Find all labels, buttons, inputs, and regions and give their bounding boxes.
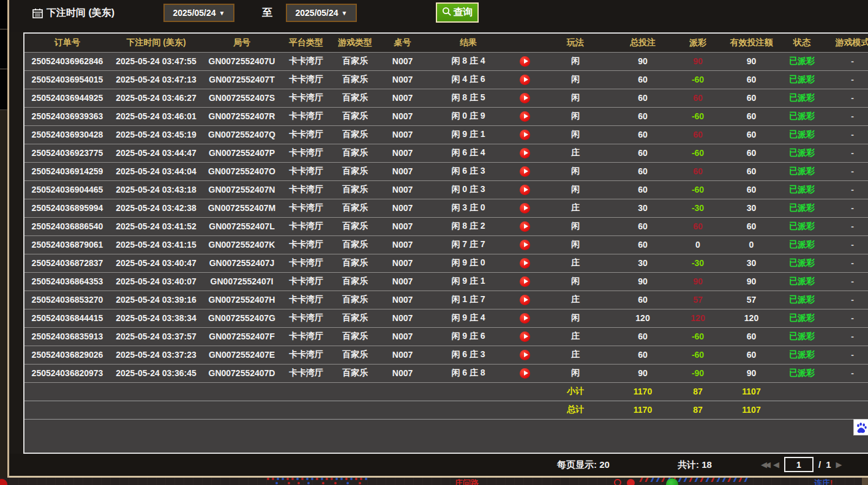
play-result-icon[interactable] [520, 331, 530, 342]
cell-time: 2025-05-24 03:47:55 [110, 52, 202, 70]
subtotal-bet: 1170 [612, 382, 673, 401]
cell-round: GN0072552407S [202, 89, 282, 107]
cell-status: 已派彩 [780, 235, 823, 254]
cell-result: 闲 8 庄 5 [425, 89, 511, 107]
play-result-icon[interactable] [520, 350, 530, 360]
cell-bet: 90 [612, 272, 673, 291]
play-result-icon[interactable] [520, 111, 530, 122]
cell-platform: 卡卡湾厅 [282, 89, 331, 107]
date-from-select[interactable]: 2025/05/24 ▼ [163, 4, 234, 22]
play-result-icon[interactable] [520, 368, 530, 379]
cell-wager: 庄 [539, 199, 612, 217]
cell-valid: 60 [722, 144, 780, 162]
cell-time: 2025-05-24 03:37:23 [110, 346, 202, 364]
play-result-icon[interactable] [520, 75, 530, 85]
cell-game: 百家乐 [331, 162, 380, 180]
cell-platform: 卡卡湾厅 [282, 144, 331, 162]
table-row: 2505240368209732025-05-24 03:36:45GN0072… [24, 364, 868, 382]
cell-status: 已派彩 [780, 162, 823, 180]
cell-status: 已派彩 [780, 254, 823, 272]
cell-order: 250524036844415 [24, 309, 110, 327]
cell-round: GN0072552407F [202, 327, 282, 346]
cell-valid: 60 [722, 217, 780, 235]
search-button[interactable]: 查询 [436, 2, 479, 23]
cell-round: GN0072552407L [202, 217, 282, 235]
table-row: 2505240368290262025-05-24 03:37:23GN0072… [24, 346, 868, 364]
cell-mode: - [823, 346, 868, 364]
date-to-select[interactable]: 2025/05/24 ▼ [286, 4, 357, 22]
cell-result: 闲 6 庄 8 [425, 364, 511, 382]
cell-table_no: N007 [380, 89, 425, 107]
cell-status: 已派彩 [780, 52, 823, 70]
cell-payout: 60 [673, 217, 722, 235]
cell-status: 已派彩 [780, 291, 823, 309]
first-page-button[interactable]: ◀◀ [761, 460, 768, 469]
cell-round: GN0072552407P [202, 144, 282, 162]
baidu-paw-icon[interactable] [853, 419, 868, 435]
play-result-icon[interactable] [520, 295, 530, 305]
cell-play [511, 52, 539, 70]
roadmap-slashes [639, 478, 643, 482]
cell-wager: 闲 [539, 180, 612, 199]
play-triangle-icon [524, 242, 528, 247]
cell-bet: 90 [612, 52, 673, 70]
play-result-icon[interactable] [520, 258, 530, 268]
cell-platform: 卡卡湾厅 [282, 235, 331, 254]
cell-platform: 卡卡湾厅 [282, 364, 331, 382]
col-header-round: 局号 [202, 34, 282, 52]
play-result-icon[interactable] [520, 185, 530, 195]
cell-time: 2025-05-24 03:41:15 [110, 235, 202, 254]
page-input[interactable]: 1 [784, 457, 814, 472]
table-header-row: 订单号 下注时间 (美东) 局号 平台类型 游戏类型 桌号 结果 玩法 总投注 … [24, 34, 868, 52]
cell-table_no: N007 [380, 52, 425, 70]
play-result-icon[interactable] [520, 130, 530, 140]
query-toolbar: 下注时间 (美东) 2025/05/24 ▼ 至 2025/05/24 ▼ 查询 [9, 0, 868, 32]
cell-wager: 闲 [539, 272, 612, 291]
cell-game: 百家乐 [331, 346, 380, 364]
cell-result: 闲 6 庄 4 [425, 144, 511, 162]
cell-order: 250524036914259 [24, 162, 110, 180]
play-result-icon[interactable] [520, 240, 530, 250]
table-row: 2505240369142592025-05-24 03:44:04GN0072… [24, 162, 868, 180]
cell-platform: 卡卡湾厅 [282, 327, 331, 346]
play-result-icon[interactable] [520, 93, 530, 103]
cell-time: 2025-05-24 03:47:13 [110, 70, 202, 89]
table-row: 2505240368444152025-05-24 03:38:34GN0072… [24, 309, 868, 327]
cell-play [511, 364, 539, 382]
col-header-valid: 有效投注额 [722, 34, 780, 52]
table-row: 2505240369237752025-05-24 03:44:47GN0072… [24, 144, 868, 162]
play-result-icon[interactable] [520, 203, 530, 213]
play-result-icon[interactable] [520, 148, 530, 158]
play-triangle-icon [524, 224, 528, 229]
cell-valid: 60 [722, 70, 780, 89]
cell-game: 百家乐 [331, 272, 380, 291]
play-result-icon[interactable] [520, 166, 530, 177]
table-row: 2505240368359132025-05-24 03:37:57GN0072… [24, 327, 868, 346]
cell-order: 250524036962846 [24, 52, 110, 70]
cell-bet: 60 [612, 89, 673, 107]
cell-payout: 60 [673, 162, 722, 180]
play-result-icon[interactable] [520, 221, 530, 232]
cell-order: 250524036864353 [24, 272, 110, 291]
table-row: 2505240369304282025-05-24 03:45:19GN0072… [24, 125, 868, 144]
cell-table_no: N007 [380, 162, 425, 180]
col-header-wager: 玩法 [539, 34, 612, 52]
cell-valid: 90 [722, 364, 780, 382]
play-result-icon[interactable] [520, 276, 530, 287]
cell-round: GN0072552407R [202, 107, 282, 125]
subtotal-valid: 1107 [722, 382, 780, 401]
cell-mode: - [823, 364, 868, 382]
play-result-icon[interactable] [520, 56, 530, 67]
cell-valid: 60 [722, 107, 780, 125]
underlay-fragment [862, 478, 868, 485]
play-result-icon[interactable] [520, 313, 530, 324]
green-marker [666, 478, 678, 485]
cell-platform: 卡卡湾厅 [282, 254, 331, 272]
col-header-time: 下注时间 (美东) [110, 34, 202, 52]
next-page-button[interactable]: ▶ [836, 460, 842, 469]
cell-play [511, 199, 539, 217]
prev-page-button[interactable]: ◀ [773, 460, 779, 469]
col-header-status: 状态 [780, 34, 823, 52]
cell-mode: - [823, 52, 868, 70]
cell-time: 2025-05-24 03:36:45 [110, 364, 202, 382]
